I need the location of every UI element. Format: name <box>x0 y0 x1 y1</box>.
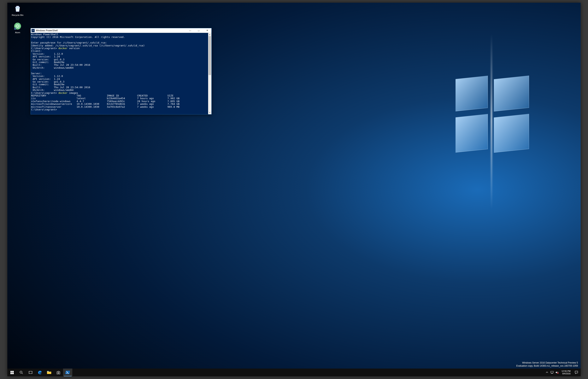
ps-banner-line1: Windows PowerShell <box>31 33 58 36</box>
network-icon <box>551 371 554 374</box>
clock-date: 8/4/2016 <box>562 372 571 375</box>
scroll-down-button[interactable]: ▼ <box>208 111 211 114</box>
svg-rect-0 <box>16 6 19 7</box>
images-row-2: stefanscherer/node-windows 4.4.7 7569aac… <box>31 100 179 103</box>
store-icon <box>56 370 61 375</box>
scroll-track[interactable] <box>208 36 211 111</box>
client-go: Go version: go1.6.3 <box>31 58 64 61</box>
powershell-window[interactable]: > Windows PowerShell — □ ✕ Windows Power… <box>31 28 212 114</box>
cmd1-args: version <box>67 47 80 50</box>
client-version: Version: 1.12.0 <box>31 52 63 55</box>
taskbar-spacer <box>72 369 543 376</box>
folder-icon <box>47 370 51 374</box>
svg-rect-15 <box>32 372 32 373</box>
taskbar-clock[interactable]: 12:55 PM 8/4/2016 <box>560 369 572 376</box>
task-view-button[interactable] <box>26 369 35 376</box>
desktop-icon-column: Recycle Bin Ato <box>9 4 26 39</box>
ssh-identity-added: Identity added: /c/Users/vagrant/.ssh/id… <box>31 44 145 47</box>
svg-line-12 <box>22 373 23 374</box>
window-title: Windows PowerShell <box>36 29 58 32</box>
network-tray-icon[interactable] <box>550 371 554 374</box>
images-row-1: iis latest b23b4055a454 7 hours ago 7.90… <box>31 97 179 100</box>
atom-app-icon[interactable]: Atom <box>9 22 26 34</box>
notification-icon <box>575 371 578 374</box>
client-osarch: OS/Arch: windows/amd64 <box>31 66 74 69</box>
server-git: Git commit: 8eab29e <box>31 83 64 86</box>
search-button[interactable] <box>17 369 26 376</box>
svg-rect-18 <box>58 372 58 373</box>
svg-rect-19 <box>59 372 59 373</box>
minimize-button[interactable]: — <box>186 28 194 33</box>
start-button[interactable] <box>7 369 17 376</box>
atom-label: Atom <box>9 31 26 34</box>
desktop-watermark: Windows Server 2016 Datacenter Technical… <box>516 361 578 367</box>
client-git: Git commit: 8eab29e <box>31 61 64 63</box>
system-tray[interactable] <box>543 369 560 376</box>
svg-rect-17 <box>48 371 48 371</box>
svg-rect-21 <box>59 373 59 374</box>
ps-banner-line2: Copyright (C) 2016 Microsoft Corporation… <box>31 36 125 38</box>
recycle-bin-icon[interactable]: Recycle Bin <box>9 4 26 16</box>
cmd2-args: images <box>67 92 78 94</box>
file-explorer-taskbar-button[interactable] <box>45 369 54 376</box>
clock-time: 12:55 PM <box>561 370 571 372</box>
atom-glyph-icon <box>13 22 22 31</box>
taskbar[interactable]: 12:55 PM 8/4/2016 <box>7 369 581 376</box>
server-go: Go version: go1.6.3 <box>31 80 64 83</box>
scroll-thumb[interactable] <box>208 36 211 75</box>
action-center-button[interactable] <box>572 369 581 376</box>
prompt-3: C:\Users\vagrant> <box>31 108 57 111</box>
svg-rect-8 <box>12 371 14 372</box>
watermark-line2: Evaluation copy. Build 14300.rs1_release… <box>516 364 578 367</box>
recycle-bin-glyph-icon <box>13 4 22 13</box>
server-version: Version: 1.12.0 <box>31 75 63 78</box>
server-osarch: OS/Arch: windows/amd64 <box>31 89 74 92</box>
svg-rect-7 <box>10 371 12 372</box>
store-taskbar-button[interactable] <box>54 369 63 376</box>
svg-point-11 <box>20 371 22 373</box>
client-api: API version: 1.24 <box>31 55 60 58</box>
svg-rect-6 <box>14 28 16 30</box>
desktop[interactable]: Recycle Bin Ato <box>7 3 581 376</box>
svg-rect-20 <box>58 373 58 374</box>
server-api: API version: 1.24 <box>31 78 60 80</box>
watermark-line1: Windows Server 2016 Datacenter Technical… <box>516 361 578 364</box>
server-label: Server: <box>31 72 42 75</box>
search-icon <box>19 371 23 374</box>
windows-logo-wallpaper <box>456 77 529 151</box>
powershell-app-icon: > <box>32 29 35 32</box>
powershell-icon <box>65 370 70 375</box>
ssh-passphrase-prompt: Enter passphrase for /c/Users/vagrant/.s… <box>31 41 107 44</box>
images-row-3: microsoft/windowsservercore 10.0.14300.1… <box>31 102 179 105</box>
recycle-bin-label: Recycle Bin <box>9 14 26 16</box>
chevron-up-icon <box>546 372 548 373</box>
images-header: REPOSITORY TAG IMAGE ID CREATED SIZE <box>31 94 174 97</box>
close-button[interactable]: ✕ <box>203 28 211 33</box>
client-built: Built: Thu Jul 28 23:54:00 2016 <box>31 63 90 66</box>
titlebar[interactable]: > Windows PowerShell — □ ✕ <box>31 28 211 33</box>
server-built: Built: Thu Jul 28 23:54:00 2016 <box>31 86 90 89</box>
volume-tray-icon[interactable] <box>555 371 559 374</box>
svg-rect-16 <box>47 372 51 374</box>
volume-mute-icon <box>556 371 559 374</box>
powershell-taskbar-button[interactable] <box>63 369 72 376</box>
svg-rect-10 <box>12 373 14 374</box>
svg-rect-23 <box>551 373 553 374</box>
tray-overflow-button[interactable] <box>545 371 549 374</box>
windows-start-icon <box>10 371 14 374</box>
vertical-scrollbar[interactable]: ▲ ▼ <box>208 33 211 114</box>
svg-rect-13 <box>29 371 32 374</box>
images-row-4: microsoft/nanoserver 10.0.14300.1030 3a7… <box>31 105 179 108</box>
svg-rect-22 <box>551 371 553 373</box>
screenshot-frame: Recycle Bin Ato <box>0 0 588 379</box>
scroll-up-button[interactable]: ▲ <box>208 33 211 36</box>
maximize-button[interactable]: □ <box>194 28 203 33</box>
svg-rect-14 <box>29 372 29 373</box>
terminal-output[interactable]: Windows PowerShell Copyright (C) 2016 Mi… <box>31 33 208 114</box>
svg-rect-9 <box>10 373 12 374</box>
edge-taskbar-button[interactable] <box>35 369 45 376</box>
edge-icon <box>37 370 42 375</box>
task-view-icon <box>29 371 32 374</box>
client-label: Client: <box>31 49 42 52</box>
prompt-1: C:\Users\vagrant> <box>31 47 57 50</box>
